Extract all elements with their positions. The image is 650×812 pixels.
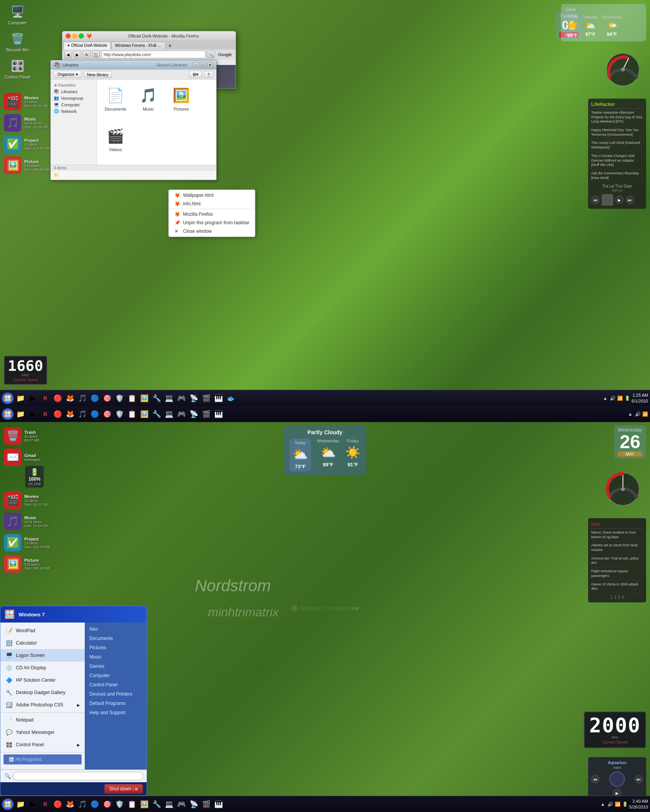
sml-cp[interactable]: 🎛️ Control Panel ▶ [0,739,85,751]
tb-red[interactable]: 🔴 [52,408,63,420]
taskbar-target-top[interactable]: 🎯 [101,392,113,404]
tb-clipboard[interactable]: 📋 [126,408,138,420]
stack-project-b[interactable]: ✅ Project 13 Items Size: 113.70 MB [4,534,50,551]
stack-movies[interactable]: 🎬 Movies 22 Items Size: 15.01 GB [4,93,50,110]
view-btn[interactable]: ⊞▾ [189,71,202,78]
start-button-main[interactable]: 🪟 [2,798,14,810]
tb-explorer[interactable]: 📁 [15,408,26,420]
main-pc[interactable]: 💻 [163,798,175,810]
search-btn[interactable]: 🔍 [207,51,215,58]
tb-shield[interactable]: 🛡️ [114,408,125,420]
main-r[interactable]: R [39,798,51,810]
ctx-info[interactable]: 🦊 info.html [169,200,255,208]
main-net[interactable]: 📡 [188,798,200,810]
cnn-page-2[interactable]: 2 [614,595,616,599]
nav-computer[interactable]: 💻 Computer [51,101,97,108]
taskbar-blue-top[interactable]: 🔵 [89,392,101,404]
smr-neo[interactable]: Neo [85,624,147,634]
tb-tool[interactable]: 🔧 [151,408,162,420]
sml-hp[interactable]: 🔷 HP Solution Center [0,674,85,686]
play-btn[interactable]: ▶ [615,196,624,204]
browser-tab-2[interactable]: Windows Forums - Khởi nguồn cùn... [111,42,166,49]
stack-music-b[interactable]: 🎵 Music 1974 Items Size: 10.54 GB [4,513,50,530]
main-film[interactable]: 🎬 [200,798,212,810]
taskbar-media-top[interactable]: ▶ [27,392,39,404]
taskbar-music-top[interactable]: 🎵 [77,392,88,404]
nav-libraries[interactable]: 📚 Libraries [51,88,97,95]
new-library-btn[interactable]: New library [84,71,112,78]
tb-music[interactable]: 🎵 [77,408,88,420]
taskbar-net-top[interactable]: 📡 [188,392,200,404]
browser-min-btn[interactable]: − [72,33,77,39]
tb-net[interactable]: 📡 [188,408,200,420]
sml-notepad[interactable]: 📄 Notepad [0,714,85,726]
browser-close-btn[interactable]: ✕ [65,33,71,39]
main-shield[interactable]: 🛡️ [114,798,125,810]
help-btn[interactable]: ? [204,71,213,78]
main-explorer[interactable]: 📁 [15,798,26,810]
ctx-firefox[interactable]: 🦊 Mozilla Firefox [169,210,255,218]
taskbar-shield-top[interactable]: 🛡️ [114,392,125,404]
nav-network[interactable]: 🌐 Network [51,108,97,114]
taskbar-clipboard-top[interactable]: 📋 [126,392,138,404]
library-videos[interactable]: 🎬 Videos [103,126,128,152]
sml-calculator[interactable]: 🔢 Calculator [0,637,85,649]
refresh-btn[interactable]: ↻ [83,51,91,58]
ctx-unpin[interactable]: 📌 Unpin this program from taskbar [169,218,255,227]
tray-battery-m[interactable]: 🔋 [622,801,628,807]
ctx-close[interactable]: ✕ Close window [169,227,255,235]
home-btn[interactable]: 🏠 [92,51,100,58]
browser-max-btn[interactable]: + [79,33,84,39]
sml-wordpad[interactable]: 📝 WordPad [0,624,85,637]
sml-cdart[interactable]: 💿 CD Art Display [0,662,85,674]
browser-tab-1[interactable]: ✦ Official DotA Website [63,42,111,49]
tb-film[interactable]: 🎬 [200,408,212,420]
main-blue[interactable]: 🔵 [89,798,101,810]
ctx-wallpaper[interactable]: 🦊 Wallpaper.html [169,191,255,200]
taskbar-ff-top[interactable]: 🦊 [64,392,76,404]
tray-sound-m[interactable]: 🔊 [607,801,613,807]
taskbar-film-top[interactable]: 🎬 [200,392,212,404]
new-tab-btn[interactable]: + [166,42,173,49]
stack-gmail[interactable]: ✉️ Gmail Messages [4,449,50,466]
main-piano[interactable]: 🎹 [213,798,224,810]
main-music[interactable]: 🎵 [77,798,88,810]
taskbar-pc-top[interactable]: 💻 [163,392,175,404]
taskbar-fish-top[interactable]: 🐟 [225,392,237,404]
taskbar-img-top[interactable]: 🖼️ [139,392,150,404]
tray-sound[interactable]: 🔊 [609,395,616,401]
win-max-btn[interactable]: □ [200,62,206,68]
sml-yahoo[interactable]: 💬 Yahoo! Messenger [0,726,85,739]
tb-piano[interactable]: 🎹 [213,408,224,420]
sml-logon[interactable]: 🖥️ Logon Screen [0,649,85,662]
smr-computer[interactable]: Computer [85,671,147,680]
tb-r[interactable]: R [39,408,51,420]
main-game[interactable]: 🎮 [176,798,187,810]
tb-game[interactable]: 🎮 [176,408,187,420]
next-btn[interactable]: ⏭ [626,196,634,204]
main-red[interactable]: 🔴 [52,798,63,810]
desktop-icon-computer[interactable]: 🖥️ Computer [4,4,31,25]
shutdown-btn[interactable]: Shut down | ⊞ [104,784,143,793]
tray-battery[interactable]: 🔋 [624,395,630,401]
cnn-page-1[interactable]: 1 [611,595,613,599]
tb-img[interactable]: 🖼️ [139,408,150,420]
tb-blue[interactable]: 🔵 [89,408,101,420]
main-clipboard[interactable]: 📋 [126,798,138,810]
smr-pictures[interactable]: Pictures [85,643,147,652]
taskbar-r-top[interactable]: R [39,392,51,404]
desktop-icon-recycle[interactable]: 🗑️ Recycle Bin [4,31,31,52]
all-programs-btn[interactable]: 🪟 All Programs [3,754,82,764]
tb-ff[interactable]: 🦊 [64,408,76,420]
taskbar-explorer-top[interactable]: 📁 [15,392,26,404]
smr-help[interactable]: Help and Support [85,708,147,717]
taskbar-tool-top[interactable]: 🔧 [151,392,162,404]
tb-media[interactable]: ▶ [27,408,39,420]
main-target[interactable]: 🎯 [101,798,113,810]
taskbar-game-top[interactable]: 🎮 [176,392,187,404]
tray-network-b[interactable]: 📶 [642,411,648,417]
cnn-page-3[interactable]: 3 [618,595,620,599]
desktop-icon-control-panel[interactable]: 🎛️ Control Panel [4,58,31,79]
stack-picture[interactable]: 🖼️ Picture 528 Items Size: 298.95 MB [4,157,50,174]
back-btn[interactable]: ◀ [64,51,72,58]
